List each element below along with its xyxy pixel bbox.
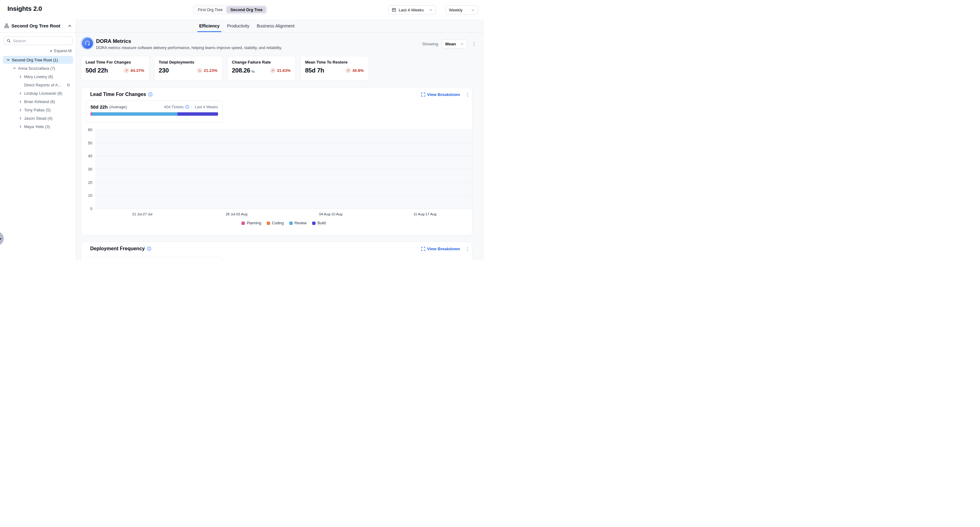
chevron-right-icon[interactable] xyxy=(19,108,24,112)
tree-item-label: Mary Lowery (6) xyxy=(24,75,53,79)
legend-label: Coding xyxy=(272,221,284,225)
y-tick-label: 30 xyxy=(88,167,92,171)
lead-time-section: Lead Time For Changes View Breakdown ⋮ 5… xyxy=(81,87,473,235)
legend-label: Build xyxy=(317,221,326,225)
legend-item-review: Review xyxy=(289,221,307,225)
showing-controls: Showing Mean ⋮ xyxy=(422,39,477,48)
tree-item-label: Tony Pallas (5) xyxy=(24,108,51,112)
search-input[interactable] xyxy=(13,38,70,43)
chevron-right-icon[interactable] xyxy=(19,100,24,103)
active-tab-underline xyxy=(197,31,221,32)
y-tick-label: 10 xyxy=(88,194,92,198)
tab-productivity[interactable]: Productivity xyxy=(226,19,250,33)
view-breakdown-button[interactable]: View Breakdown xyxy=(421,92,460,97)
view-breakdown-label: View Breakdown xyxy=(427,246,460,251)
granularity-dropdown[interactable]: Weekly xyxy=(445,5,478,14)
legend-label: Planning xyxy=(247,221,261,225)
kebab-menu-icon[interactable]: ⋮ xyxy=(471,41,477,47)
metric-value: 208.26 xyxy=(232,67,250,74)
summary-meta: 404 Tickets Last 4 Weeks xyxy=(164,105,218,109)
org-toggle-second-org-tree[interactable]: Second Org Tree xyxy=(227,6,266,13)
app-title: Insights 2.0 xyxy=(7,5,42,12)
tree-item-second-org-tree-root-1[interactable]: Second Org Tree Root (1) xyxy=(3,56,73,64)
chevron-up-icon[interactable] xyxy=(68,24,72,28)
tab-label: Efficiency xyxy=(199,24,220,29)
trend-up-icon: ↗ xyxy=(270,68,275,73)
tree-item-jason-stead-4[interactable]: Jason Stead (4) xyxy=(3,114,73,122)
metric-card-mean-time-to-restore: Mean Time To Restore85d 7h↗40.8% xyxy=(301,56,369,81)
org-toggle-first-org-tree[interactable]: First Org Tree xyxy=(194,6,226,13)
gridline-50 xyxy=(95,143,472,143)
view-breakdown-label: View Breakdown xyxy=(427,92,460,97)
kebab-menu-icon[interactable]: ⋮ xyxy=(465,246,471,252)
expand-all-icon xyxy=(49,49,53,53)
tab-label: Business Alignment xyxy=(257,24,294,29)
summary-period: Last 4 Weeks xyxy=(194,105,218,109)
x-tick-label: 11 Aug-17 Aug xyxy=(414,212,437,216)
chevron-down-icon xyxy=(429,8,433,12)
chevron-right-icon[interactable] xyxy=(19,125,24,129)
metric-card-title: Change Failure Rate xyxy=(232,60,291,65)
tab-business-alignment[interactable]: Business Alignment xyxy=(256,19,295,33)
section-header: Lead Time For Changes xyxy=(90,92,153,97)
tree-item-maya-yette-3[interactable]: Maya Yette (3) xyxy=(3,122,73,130)
tree-item-mary-lowery-6[interactable]: Mary Lowery (6) xyxy=(3,73,73,81)
view-breakdown-button[interactable]: View Breakdown xyxy=(421,246,460,251)
trend-down-icon: ↘ xyxy=(197,68,202,73)
tree-item-label: Anna Scozzafava (7) xyxy=(18,66,55,71)
metric-card-title: Total Deployments xyxy=(159,60,217,65)
chart-y-axis: 0102030405060 xyxy=(81,130,92,209)
metric-card-total-deployments: Total Deployments230↘21.23% xyxy=(154,56,223,81)
tree-item-label: Maya Yette (3) xyxy=(24,124,50,129)
y-tick-label: 40 xyxy=(88,154,92,158)
metric-card-title: Mean Time To Restore xyxy=(305,60,364,65)
phase-segment-review xyxy=(92,112,178,116)
kebab-menu-icon[interactable]: ⋮ xyxy=(465,92,471,97)
deployment-frequency-section: Deployment Frequency View Breakdown ⋮ xyxy=(81,241,473,260)
gridline-40 xyxy=(95,156,472,156)
legend-item-planning: Planning xyxy=(242,221,261,225)
tab-efficiency[interactable]: Efficiency xyxy=(199,19,220,33)
info-icon[interactable] xyxy=(148,92,153,97)
triangle-right-icon: ▶ xyxy=(0,237,2,241)
org-tree: Second Org Tree Root (1)Anna Scozzafava … xyxy=(0,56,76,131)
delta-badge: ↗40.8% xyxy=(345,68,364,73)
metric-card-value-row: 85d 7h↗40.8% xyxy=(305,67,364,74)
tab-label: Productivity xyxy=(227,24,249,29)
filter-icon[interactable] xyxy=(66,83,70,87)
y-tick-label: 50 xyxy=(88,141,92,145)
chevron-right-icon[interactable] xyxy=(19,92,24,95)
y-tick-label: 20 xyxy=(88,181,92,185)
search-box xyxy=(4,37,73,45)
chevron-right-icon[interactable] xyxy=(19,75,24,78)
aggregation-value: Mean xyxy=(445,42,456,46)
legend-item-build: Build xyxy=(312,221,326,225)
divider xyxy=(192,105,192,109)
chevron-right-icon[interactable] xyxy=(19,117,24,120)
sidebar-root-title: Second Org Tree Root xyxy=(11,23,65,29)
granularity-value: Weekly xyxy=(449,8,463,12)
tree-item-brian-kirkland-6[interactable]: Brian Kirkland (6) xyxy=(3,97,73,106)
expand-all-button[interactable]: Expand All xyxy=(49,49,72,53)
tree-item-lindsay-liszewski-8[interactable]: Lindsay Liszewski (8) xyxy=(3,89,73,97)
info-icon[interactable] xyxy=(147,246,151,251)
delta-badge: ↗84.37% xyxy=(124,68,144,73)
expand-view-icon xyxy=(421,92,425,97)
metric-card-change-failure-rate: Change Failure Rate208.26%↗31.63% xyxy=(227,56,296,81)
org-tree-icon xyxy=(4,24,9,28)
metric-card-value-row: 50d 22h↗84.37% xyxy=(86,67,144,74)
chevron-down-icon[interactable] xyxy=(6,58,12,62)
summary-top: 50d 22h (Average) 404 Tickets Last 4 Wee… xyxy=(91,104,218,110)
chart-x-axis: 21 Jul-27 Jul28 Jul-03 Aug04 Aug-10 Aug1… xyxy=(95,212,472,217)
lead-time-chart-plot xyxy=(95,130,472,209)
tree-item-tony-pallas-5[interactable]: Tony Pallas (5) xyxy=(3,106,73,114)
info-icon[interactable] xyxy=(185,105,189,109)
tree-item-anna-scozzafava-7[interactable]: Anna Scozzafava (7) xyxy=(3,64,73,72)
aggregation-dropdown[interactable]: Mean xyxy=(442,39,467,48)
section-actions: View Breakdown ⋮ xyxy=(421,246,471,252)
chevron-down-icon[interactable] xyxy=(13,67,18,70)
tree-item-direct-reports-of-a[interactable]: Direct Reports of A... xyxy=(3,81,73,89)
y-tick-label: 0 xyxy=(90,207,92,211)
gridline-30 xyxy=(95,169,472,170)
date-range-dropdown[interactable]: Last 4 Weeks xyxy=(388,5,436,14)
